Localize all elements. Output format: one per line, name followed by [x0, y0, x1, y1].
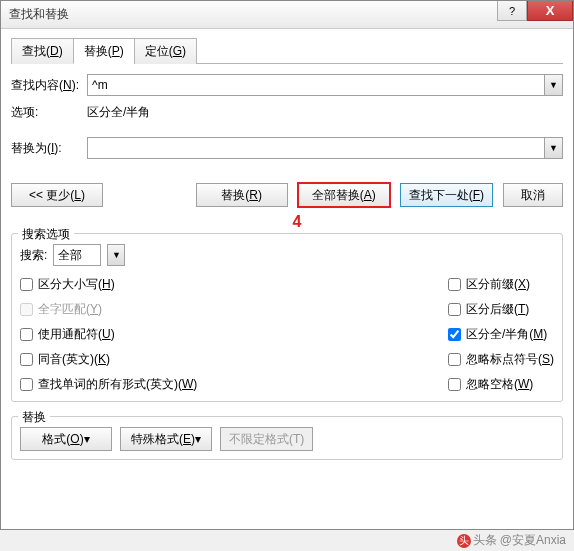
checkbox-right-3[interactable]: 忽略标点符号(S) [448, 351, 554, 368]
help-button[interactable]: ? [497, 1, 527, 21]
options-label: 选项: [11, 104, 87, 121]
checkbox-right-2[interactable]: 区分全/半角(M) [448, 326, 554, 343]
checkbox-input-left-0[interactable] [20, 278, 33, 291]
tabbar: 查找(D) 替换(P) 定位(G) [11, 37, 563, 64]
watermark: 头头条 @安夏Anxia [457, 532, 566, 549]
less-button[interactable]: << 更少(L) [11, 183, 103, 207]
search-direction-label: 搜索: [20, 247, 47, 264]
search-direction-select[interactable]: 全部 [53, 244, 101, 266]
search-options-group: 搜索选项 搜索: 全部 ▼ 区分大小写(H)全字匹配(Y)使用通配符(U)同音(… [11, 233, 563, 402]
find-next-button[interactable]: 查找下一处(F) [400, 183, 493, 207]
checkbox-right-1[interactable]: 区分后缀(T) [448, 301, 554, 318]
watermark-logo-icon: 头 [457, 534, 471, 548]
replace-label: 替换为(I): [11, 140, 87, 157]
close-button[interactable]: X [527, 1, 573, 21]
checkbox-input-left-2[interactable] [20, 328, 33, 341]
replace-dropdown-icon[interactable]: ▼ [545, 137, 563, 159]
checkbox-left-3[interactable]: 同音(英文)(K) [20, 351, 197, 368]
find-input[interactable]: ^m [87, 74, 545, 96]
no-format-button: 不限定格式(T) [220, 427, 313, 451]
checkbox-right-4[interactable]: 忽略空格(W) [448, 376, 554, 393]
checkbox-input-left-4[interactable] [20, 378, 33, 391]
checkbox-input-right-2[interactable] [448, 328, 461, 341]
cancel-button[interactable]: 取消 [503, 183, 563, 207]
checkbox-input-right-4[interactable] [448, 378, 461, 391]
replace-button[interactable]: 替换(R) [196, 183, 288, 207]
replace-input[interactable] [87, 137, 545, 159]
find-label: 查找内容(N): [11, 77, 87, 94]
titlebar[interactable]: 查找和替换 ? X [1, 1, 573, 29]
checkbox-input-left-1 [20, 303, 33, 316]
replace-all-button[interactable]: 全部替换(A) [298, 183, 390, 207]
search-direction-dropdown-icon[interactable]: ▼ [107, 244, 125, 266]
tab-replace[interactable]: 替换(P) [73, 38, 135, 64]
tab-find[interactable]: 查找(D) [11, 38, 74, 64]
checkbox-right-0[interactable]: 区分前缀(X) [448, 276, 554, 293]
checkbox-left-4[interactable]: 查找单词的所有形式(英文)(W) [20, 376, 197, 393]
window-title: 查找和替换 [9, 6, 69, 23]
find-replace-dialog: 查找和替换 ? X 查找(D) 替换(P) 定位(G) 查找内容(N): ^m … [0, 0, 574, 530]
checkbox-input-right-3[interactable] [448, 353, 461, 366]
tab-goto[interactable]: 定位(G) [134, 38, 197, 64]
annotation-4: 4 [251, 213, 343, 231]
checkbox-left-0[interactable]: 区分大小写(H) [20, 276, 197, 293]
format-button[interactable]: 格式(O) ▾ [20, 427, 112, 451]
options-value: 区分全/半角 [87, 104, 150, 121]
checkbox-left-1: 全字匹配(Y) [20, 301, 197, 318]
checkbox-left-2[interactable]: 使用通配符(U) [20, 326, 197, 343]
checkbox-input-right-0[interactable] [448, 278, 461, 291]
checkbox-input-right-1[interactable] [448, 303, 461, 316]
special-format-button[interactable]: 特殊格式(E) ▾ [120, 427, 212, 451]
replace-group-title: 替换 [18, 409, 50, 426]
replace-format-group: 替换 格式(O) ▾ 特殊格式(E) ▾ 不限定格式(T) [11, 416, 563, 460]
find-dropdown-icon[interactable]: ▼ [545, 74, 563, 96]
search-options-title: 搜索选项 [18, 226, 74, 243]
checkbox-input-left-3[interactable] [20, 353, 33, 366]
